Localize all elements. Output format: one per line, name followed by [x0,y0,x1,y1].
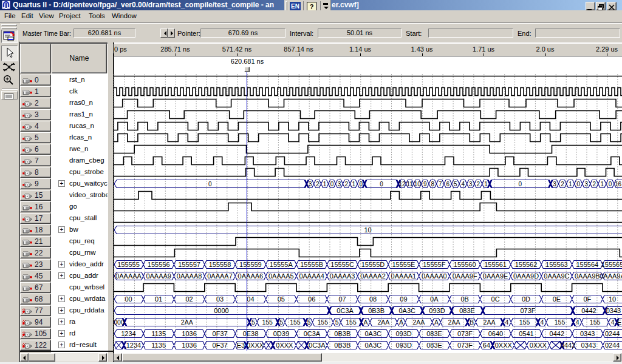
svg-text:155555: 155555 [117,261,140,268]
svg-text:083E: 083E [426,330,442,337]
svg-text:0: 0 [519,181,522,187]
svg-text:12: 12 [399,181,406,187]
svg-text:B: B [470,318,474,326]
svg-text:0AAA9D: 0AAA9D [513,272,539,280]
svg-text:0B3B: 0B3B [334,342,350,349]
svg-text:8: 8 [431,181,434,187]
svg-text:1: 1 [323,181,327,187]
svg-text:1: 1 [601,181,604,187]
svg-text:0AAAA6: 0AAAA6 [238,272,264,280]
svg-text:0AAAA8: 0AAAA8 [177,272,202,280]
svg-text:0442: 0442 [561,342,575,349]
svg-text:11: 11 [406,181,413,187]
svg-text:0XXX: 0XXX [495,342,513,349]
svg-text:5: 5 [251,318,255,326]
svg-text:0343: 0343 [581,342,596,349]
svg-text:155: 155 [262,318,273,326]
svg-text:4: 4 [576,318,579,326]
svg-text:0C3A: 0C3A [304,330,321,337]
svg-text:0E38: 0E38 [243,330,259,337]
svg-text:0: 0 [609,181,612,187]
svg-text:0AAAA7: 0AAAA7 [207,272,233,280]
svg-text:1135: 1135 [151,330,166,337]
svg-text:155558: 155558 [209,261,231,268]
svg-text:04: 04 [247,295,254,303]
svg-text:0: 0 [576,181,580,187]
svg-text:5: 5 [307,318,311,326]
svg-text:2AA: 2AA [448,318,460,326]
svg-text:0AAAA2: 0AAAA2 [360,272,386,280]
svg-text:0AAA9A: 0AAA9A [600,272,622,280]
svg-text:2AA: 2AA [377,318,389,326]
svg-text:16: 16 [615,181,622,187]
svg-text:155563: 155563 [545,261,568,268]
svg-text:0343: 0343 [606,307,621,314]
svg-text:15555E: 15555E [392,261,415,268]
svg-text:0A: 0A [430,295,439,303]
svg-text:3: 3 [553,181,556,187]
svg-text:0XXX: 0XXX [276,342,293,349]
svg-text:093D: 093D [429,307,445,314]
svg-text:1036: 1036 [182,342,196,349]
svg-text:4: 4 [462,181,465,187]
svg-text:073F: 073F [520,307,535,314]
svg-text:15555D: 15555D [361,261,385,268]
svg-text:9: 9 [423,181,427,187]
svg-text:0A3C: 0A3C [364,342,381,349]
svg-text:E: E [617,318,621,326]
svg-text:2AA: 2AA [412,318,425,326]
svg-text:1234: 1234 [126,342,141,349]
svg-text:3: 3 [338,181,341,187]
svg-text:0AAAA5: 0AAAA5 [268,272,294,280]
svg-text:0C3A: 0C3A [337,307,354,314]
svg-text:06: 06 [308,295,315,303]
svg-text:02: 02 [185,295,193,303]
svg-text:0D: 0D [522,295,530,303]
svg-text:0B: 0B [460,295,468,303]
svg-text:155556: 155556 [148,261,170,268]
svg-text:10: 10 [609,295,616,303]
svg-text:0AAA9B: 0AAA9B [575,272,600,280]
svg-text:15555C: 15555C [330,261,354,268]
svg-text:4: 4 [611,318,615,326]
svg-text:1: 1 [352,181,356,187]
svg-text:03: 03 [216,295,224,303]
svg-text:10: 10 [414,181,422,187]
svg-text:0A3C: 0A3C [398,307,415,314]
svg-text:0AAAA4: 0AAAA4 [299,272,324,280]
svg-text:073F: 073F [457,330,473,337]
svg-text:155: 155 [318,318,329,326]
svg-text:5: 5 [335,318,339,326]
svg-text:0XXX: 0XXX [247,342,264,349]
svg-text:2: 2 [477,181,480,187]
svg-text:0000: 0000 [214,307,228,314]
svg-text:10: 10 [364,226,371,234]
svg-text:4: 4 [541,318,544,326]
svg-text:155: 155 [346,318,357,326]
svg-text:7: 7 [439,181,442,187]
svg-text:6: 6 [446,181,450,187]
svg-text:0: 0 [380,181,383,187]
svg-text:0F37: 0F37 [213,342,228,349]
svg-text:2: 2 [561,181,564,187]
svg-text:0AAAAA: 0AAAAA [115,272,142,280]
svg-text:073F: 073F [457,342,473,349]
svg-text:1135: 1135 [151,342,166,349]
svg-text:155565: 155565 [601,261,622,268]
svg-text:15555B: 15555B [300,261,323,268]
svg-text:07: 07 [338,295,346,303]
svg-text:0244: 0244 [605,342,620,349]
svg-text:15555F: 15555F [423,261,446,268]
svg-text:0541: 0541 [519,330,533,337]
svg-text:0: 0 [208,181,212,187]
svg-text:E3: E3 [237,342,245,349]
svg-text:1036: 1036 [182,330,196,337]
svg-text:0C3A: 0C3A [309,342,326,349]
svg-text:3: 3 [469,181,473,187]
svg-text:3: 3 [309,181,312,187]
svg-text:0B3B: 0B3B [368,307,384,314]
svg-text:0A3C: 0A3C [364,330,381,337]
svg-text:5: 5 [279,318,283,326]
svg-text:2: 2 [345,181,349,187]
svg-text:05: 05 [278,295,285,303]
